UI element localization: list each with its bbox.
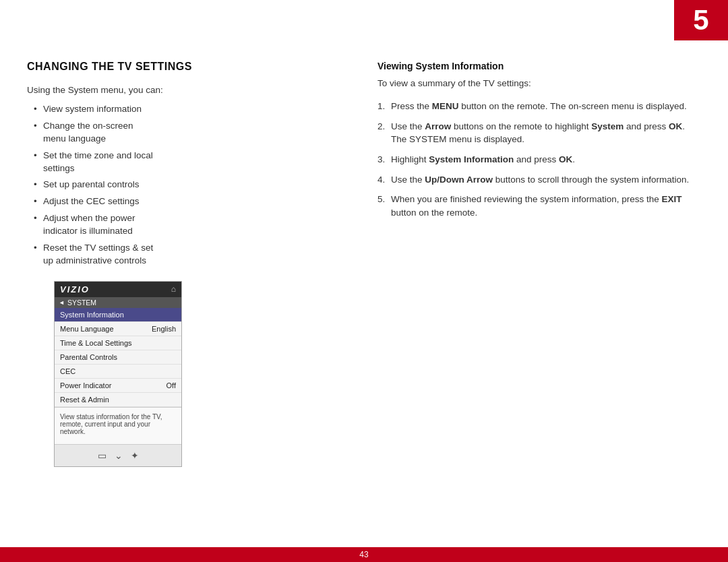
menu-item-label: CEC — [60, 367, 75, 375]
list-item: Adjust the CEC settings — [34, 195, 351, 208]
intro-text: Using the System menu, you can: — [27, 85, 351, 95]
steps-list: Press the MENU button on the remote. The… — [377, 100, 701, 219]
menu-item-value: English — [152, 325, 176, 333]
menu-item-label: Reset & Admin — [60, 396, 109, 404]
footer-bar: 43 — [0, 547, 728, 562]
list-item: Set up parental controls — [34, 179, 351, 191]
tv-menu-language: Menu Language English — [55, 322, 181, 336]
left-column: CHANGING THE TV SETTINGS Using the Syste… — [20, 40, 364, 547]
menu-item-label: Power Indicator — [60, 381, 111, 389]
tv-menu-reset: Reset & Admin — [55, 393, 181, 407]
down-arrow-ctrl-icon: ⌄ — [115, 450, 123, 461]
menu-item-label: Menu Language — [60, 325, 114, 333]
tv-screen-mockup: VIZIO ⌂ ◄ SYSTEM System Information Menu… — [54, 281, 182, 467]
step-5: When you are finished reviewing the syst… — [377, 193, 701, 219]
list-item: Set the time zone and localsettings — [34, 150, 351, 175]
tv-header: VIZIO ⌂ — [55, 282, 181, 297]
tv-menu-parental: Parental Controls — [55, 350, 181, 365]
section-title: CHANGING THE TV SETTINGS — [27, 61, 351, 73]
menu-item-label: Parental Controls — [60, 353, 117, 361]
back-arrow-icon: ◄ — [59, 299, 65, 306]
tv-controls: ▭ ⌄ ✦ — [55, 444, 181, 466]
chapter-number: 5 — [693, 6, 708, 34]
subsection-title: Viewing System Information — [377, 61, 701, 71]
vizio-logo: VIZIO — [60, 284, 90, 294]
viewing-intro: To view a summary of the TV settings: — [377, 77, 701, 90]
system-label: SYSTEM — [67, 299, 96, 307]
list-item: Adjust when the powerindicator is illumi… — [34, 212, 351, 238]
tv-system-bar: ◄ SYSTEM — [55, 297, 181, 308]
tv-description: View status information for the TV, remo… — [55, 407, 181, 444]
main-content: CHANGING THE TV SETTINGS Using the Syste… — [20, 40, 708, 547]
tv-menu-system-info: System Information — [55, 308, 181, 322]
step-1: Press the MENU button on the remote. The… — [377, 100, 701, 113]
home-icon: ⌂ — [171, 284, 176, 294]
step-3: Highlight System Information and press O… — [377, 153, 701, 166]
list-item: Reset the TV settings & setup administra… — [34, 242, 351, 268]
menu-item-value: Off — [166, 381, 176, 389]
page-number-badge: 5 — [674, 0, 728, 40]
tv-menu-cec: CEC — [55, 365, 181, 379]
list-item: Change the on-screenmenu language — [34, 120, 351, 146]
menu-item-label: Time & Local Settings — [60, 339, 132, 347]
list-item: View system information — [34, 103, 351, 116]
settings-ctrl-icon: ✦ — [131, 450, 139, 461]
step-4: Use the Up/Down Arrow buttons to scroll … — [377, 173, 701, 187]
right-column: Viewing System Information To view a sum… — [364, 40, 708, 547]
menu-ctrl-icon: ▭ — [98, 450, 107, 461]
tv-menu-power: Power Indicator Off — [55, 379, 181, 393]
step-2: Use the Arrow buttons on the remote to h… — [377, 120, 701, 146]
feature-list: View system information Change the on-sc… — [34, 103, 351, 268]
menu-item-label: System Information — [60, 311, 124, 319]
footer-page-number: 43 — [359, 550, 368, 559]
tv-menu-time: Time & Local Settings — [55, 336, 181, 350]
